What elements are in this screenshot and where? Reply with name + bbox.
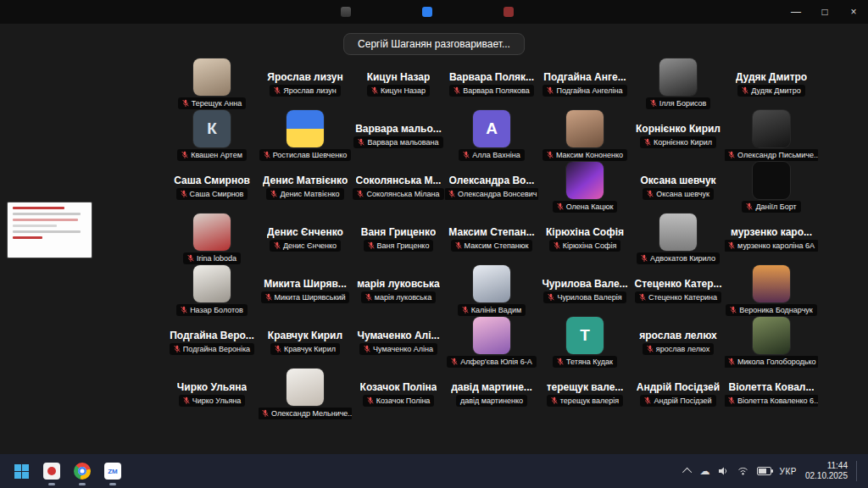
mic-muted-icon <box>358 138 364 147</box>
participant-tile[interactable]: Irina loboda <box>165 213 259 264</box>
participant-tile[interactable]: Ваня Гриценко Ваня Гриценко <box>352 213 445 264</box>
taskbar-app-zoom[interactable]: ZM <box>102 460 124 482</box>
participant-tile[interactable]: Ростислав Шевченко <box>259 109 352 161</box>
participant-tile[interactable]: Максим Степан... Максим Степанюк <box>445 213 538 264</box>
participant-tile[interactable]: Алфер'єва Юлія 6-А <box>445 316 538 368</box>
participant-tile[interactable]: Дудяк Дмитро Дудяк Дмитро <box>725 58 818 109</box>
mic-muted-icon <box>644 396 651 405</box>
participant-label-text: Варвара Полякова <box>463 86 529 96</box>
participant-tile[interactable]: Чумаченко Алі... Чумаченко Аліна <box>352 316 445 368</box>
tray-chevron-up-icon[interactable] <box>682 468 692 477</box>
participant-label: Ростислав Шевченко <box>259 149 352 161</box>
participant-tile[interactable]: терещук вале... терещук валерія <box>538 368 632 419</box>
volume-icon[interactable] <box>719 467 729 475</box>
participant-tile[interactable]: давід мартине... давід мартиненко <box>445 368 538 419</box>
participant-avatar <box>753 265 790 302</box>
participant-tile[interactable]: Терещук Анна <box>165 58 259 109</box>
minimize-button[interactable]: — <box>782 0 810 24</box>
participant-tile[interactable]: К Квашен Артем <box>165 109 259 161</box>
participant-tile[interactable]: Денис Матвієнко Денис Матвієнко <box>259 161 352 213</box>
taskbar-app-chrome[interactable] <box>71 460 93 482</box>
participant-tile[interactable]: Калінін Вадим <box>445 264 538 316</box>
participant-tile[interactable]: Козачок Поліна Козачок Поліна <box>352 368 445 419</box>
participant-tile[interactable]: Ярослав лизун Ярослав лизун <box>259 58 352 109</box>
participant-label-text: ярослав лелюх <box>656 344 709 354</box>
participant-tile[interactable]: А Алла Вахніна <box>445 109 538 161</box>
participant-tile[interactable]: Корнієнко Кирил Корнієнко Кирил <box>632 109 725 161</box>
participant-tile[interactable]: Т Тетяна Кудак <box>538 316 632 368</box>
mic-muted-icon <box>548 293 554 302</box>
mic-muted-icon <box>647 190 654 198</box>
participant-name: Микита Ширяв... <box>264 278 347 290</box>
close-button[interactable]: × <box>839 0 868 24</box>
mic-muted-icon <box>728 358 735 366</box>
mic-muted-icon <box>265 293 272 302</box>
record-icon[interactable] <box>504 7 514 17</box>
participant-tile[interactable]: Денис Єнченко Денис Єнченко <box>259 213 352 264</box>
participant-tile[interactable]: Саша Смирнов Саша Смирнов <box>165 161 259 213</box>
participant-tile[interactable]: Подгайна Веро... Подгайна Вероніка <box>165 316 259 368</box>
participant-tile[interactable]: Варвара Поляк... Варвара Полякова <box>445 58 538 109</box>
participant-tile[interactable]: Оксана шевчук Оксана шевчук <box>632 161 725 213</box>
active-speaker-banner: Сергій Шаганян разговаривает... <box>343 33 525 55</box>
participant-tile[interactable]: Олександр Мельниче... <box>259 368 352 419</box>
onedrive-cloud-icon[interactable]: ☁ <box>700 465 710 477</box>
participant-tile[interactable]: ярослав лелюх ярослав лелюх <box>632 316 725 368</box>
participant-avatar <box>193 214 231 251</box>
participant-label-text: Денис Матвієнко <box>280 189 339 199</box>
participant-tile[interactable]: Вероника Боднарчук <box>725 264 818 316</box>
participant-tile[interactable]: Соколянська М... Соколянська Мілана <box>352 161 445 213</box>
meeting-info-icon[interactable] <box>422 7 432 17</box>
participant-tile[interactable]: марія луковська марія луковська <box>352 264 445 316</box>
participant-tile[interactable]: Адвокатов Кирило <box>632 213 725 264</box>
mic-muted-icon <box>728 241 735 250</box>
participant-name: Андрій Посідзей <box>637 381 720 393</box>
battery-icon[interactable] <box>757 467 771 475</box>
mic-muted-icon <box>746 202 753 211</box>
wifi-icon[interactable] <box>737 467 748 475</box>
show-desktop-button[interactable] <box>856 461 860 481</box>
participant-tile[interactable]: Кицун Назар Кицун Назар <box>352 58 445 109</box>
participant-tile[interactable]: Ілля Борисов <box>632 58 725 109</box>
participant-name: Стеценко Катер... <box>634 278 721 290</box>
participant-tile[interactable]: Олена Кацюк <box>538 161 632 213</box>
clock[interactable]: 11:44 02.10.2025 <box>805 461 848 481</box>
participant-tile[interactable]: мурзенко каро... мурзенко кароліна 6А <box>725 213 818 264</box>
participant-name: марія луковська <box>357 278 440 290</box>
participant-tile[interactable]: Чирко Ульяна Чирко Ульяна <box>165 368 259 419</box>
taskbar-app-red[interactable] <box>41 460 63 482</box>
participant-tile[interactable]: Андрій Посідзей Андрій Посідзей <box>632 368 725 419</box>
apps-grid-icon[interactable] <box>341 7 351 17</box>
participant-tile[interactable]: Назар Болотов <box>165 264 259 316</box>
shared-content-thumbnail[interactable] <box>7 202 92 258</box>
start-button[interactable] <box>10 460 32 482</box>
participant-tile[interactable]: Подгайна Анге... Подгайна Ангеліна <box>538 58 632 109</box>
participant-tile[interactable]: Олександра Во... Олександра Вонсевич <box>445 161 538 213</box>
participant-tile[interactable]: Стеценко Катер... Стеценко Катерина <box>632 264 725 316</box>
mic-muted-icon <box>187 254 194 263</box>
participant-tile[interactable]: Кравчук Кирил Кравчук Кирил <box>259 316 352 368</box>
participant-label: Тетяна Кудак <box>553 356 617 368</box>
participant-tile[interactable]: Варвара мальо... Варвара мальована <box>352 109 445 161</box>
participant-label: Денис Матвієнко <box>266 188 343 200</box>
participant-label: Корнієнко Кирил <box>640 136 716 148</box>
participant-tile[interactable]: Кірюхіна Софія Кірюхіна Софія <box>538 213 632 264</box>
participant-tile[interactable]: Микола Голобородько <box>725 316 818 368</box>
participant-label-text: Микола Голобородько <box>737 357 816 367</box>
maximize-button[interactable]: □ <box>810 0 839 24</box>
participant-tile[interactable]: Олександр Письмиче... <box>725 109 818 161</box>
participant-tile[interactable]: Максим Кононенко <box>538 109 632 161</box>
participant-label: Соколянська Мілана <box>353 188 443 200</box>
participant-label: Irina loboda <box>183 252 241 264</box>
participant-label: Козачок Поліна <box>363 395 435 407</box>
participant-tile[interactable]: Чурилова Вале... Чурилова Валерія <box>538 264 632 316</box>
participant-tile[interactable]: Даніїл Борт <box>725 161 818 213</box>
participant-avatar <box>473 317 510 354</box>
mic-muted-icon <box>557 202 564 211</box>
participant-tile[interactable]: Микита Ширяв... Микита Ширявський <box>259 264 352 316</box>
participant-tile[interactable]: Віолетта Ковал... Віолетта Коваленко 6..… <box>725 368 818 419</box>
participant-label: Микита Ширявський <box>261 291 350 303</box>
participant-label: Віолетта Коваленко 6... <box>725 395 818 407</box>
language-indicator[interactable]: УКР <box>780 467 797 476</box>
participant-name: мурзенко каро... <box>731 226 812 238</box>
